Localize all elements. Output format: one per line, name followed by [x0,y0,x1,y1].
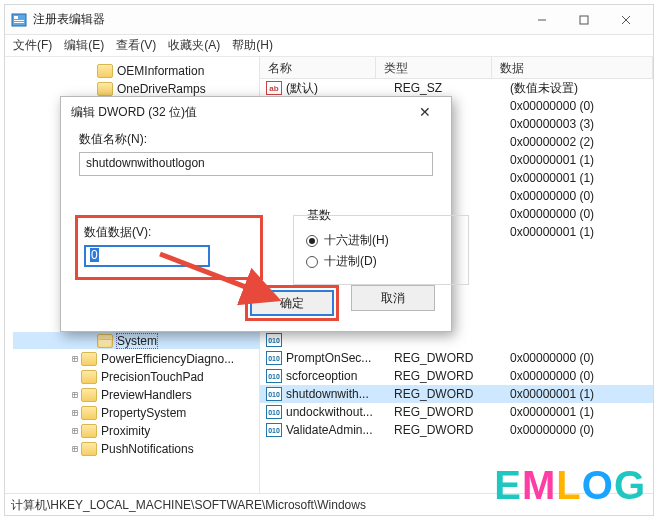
minimize-button[interactable] [521,8,563,32]
window-title: 注册表编辑器 [33,11,105,28]
menu-help[interactable]: 帮助(H) [232,37,273,54]
row-type: REG_DWORD [394,369,510,383]
tree-item[interactable]: ⊞PreviewHandlers [13,386,259,403]
radix-dec-radio[interactable]: 十进制(D) [306,253,456,270]
svg-rect-3 [14,22,24,23]
row-name: (默认) [286,80,394,97]
row-data: 0x00000001 (1) [510,225,653,239]
row-data: 0x00000001 (1) [510,171,653,185]
col-data[interactable]: 数据 [492,57,653,78]
tree-twisty-icon[interactable]: ⊞ [69,443,81,454]
svg-rect-1 [14,16,18,19]
folder-icon [97,334,113,348]
tree-item[interactable]: ⊞PropertySystem [13,404,259,421]
value-data-input[interactable]: 0 [84,245,210,267]
menubar: 文件(F) 编辑(E) 查看(V) 收藏夹(A) 帮助(H) [5,35,653,57]
row-data: 0x00000001 (1) [510,405,653,419]
tree-item[interactable]: ⊞PowerEfficiencyDiagno... [13,350,259,367]
row-type: REG_DWORD [394,423,510,437]
folder-icon [81,424,97,438]
tree-item[interactable]: ⊞Proximity [13,422,259,439]
tree-item[interactable]: ⊞PushNotifications [13,440,259,457]
row-type: REG_DWORD [394,387,510,401]
row-data: 0x00000001 (1) [510,153,653,167]
ok-button[interactable]: 确定 [250,290,334,316]
tree-twisty-icon[interactable]: ⊞ [69,353,81,364]
dialog-close-button[interactable]: ✕ [409,104,441,120]
maximize-button[interactable] [563,8,605,32]
menu-favorites[interactable]: 收藏夹(A) [168,37,220,54]
svg-rect-5 [580,16,588,24]
folder-icon [81,388,97,402]
value-data-highlight: 数值数据(V): 0 [75,215,263,280]
dword-icon: 010 [266,369,282,383]
folder-icon [81,442,97,456]
dword-icon: 010 [266,351,282,365]
list-row[interactable]: 010undockwithout...REG_DWORD0x00000001 (… [260,403,653,421]
value-name-label: 数值名称(N): [79,131,433,148]
row-type: REG_DWORD [394,405,510,419]
list-row[interactable]: 010PromptOnSec...REG_DWORD0x00000000 (0) [260,349,653,367]
tree-item-label: PrecisionTouchPad [101,370,204,384]
tree-item[interactable]: System [13,332,259,349]
folder-icon [81,406,97,420]
radix-hex-radio[interactable]: 十六进制(H) [306,232,456,249]
tree-item[interactable]: OEMInformation [13,62,259,79]
app-icon [11,12,27,28]
edit-dword-dialog: 编辑 DWORD (32 位)值 ✕ 数值名称(N): shutdownwith… [60,96,452,332]
row-type: REG_DWORD [394,351,510,365]
row-name: scforceoption [286,369,394,383]
dialog-titlebar[interactable]: 编辑 DWORD (32 位)值 ✕ [61,97,451,127]
folder-icon [97,64,113,78]
menu-view[interactable]: 查看(V) [116,37,156,54]
list-row[interactable]: ab(默认)REG_SZ(数值未设置) [260,79,653,97]
row-data: 0x00000002 (2) [510,135,653,149]
dword-icon: 010 [266,405,282,419]
value-data-label: 数值数据(V): [84,224,254,241]
string-icon: ab [266,81,282,95]
menu-edit[interactable]: 编辑(E) [64,37,104,54]
radix-group: 十六进制(H) 十进制(D) [293,215,469,285]
tree-twisty-icon[interactable]: ⊞ [69,425,81,436]
dialog-title: 编辑 DWORD (32 位)值 [71,104,197,121]
folder-icon [97,82,113,96]
tree-item[interactable]: PrecisionTouchPad [13,368,259,385]
tree-twisty-icon[interactable]: ⊞ [69,389,81,400]
row-data: 0x00000000 (0) [510,189,653,203]
tree-item-label: PropertySystem [101,406,186,420]
dword-icon: 010 [266,333,282,347]
col-name[interactable]: 名称 [260,57,376,78]
watermark: EMLOG [494,463,646,508]
tree-item-label: Proximity [101,424,150,438]
dword-icon: 010 [266,423,282,437]
close-button[interactable] [605,8,647,32]
row-data: 0x00000000 (0) [510,351,653,365]
row-data: 0x00000000 (0) [510,99,653,113]
value-name-input[interactable]: shutdownwithoutlogon [79,152,433,176]
row-name: undockwithout... [286,405,394,419]
col-type[interactable]: 类型 [376,57,492,78]
list-row[interactable]: 010shutdownwith...REG_DWORD0x00000001 (1… [260,385,653,403]
list-header: 名称 类型 数据 [260,57,653,79]
row-name: shutdownwith... [286,387,394,401]
tree-item-label: PushNotifications [101,442,194,456]
list-row[interactable]: 010ValidateAdmin...REG_DWORD0x00000000 (… [260,421,653,439]
tree-item-label: OneDriveRamps [117,82,206,96]
row-name: ValidateAdmin... [286,423,394,437]
menu-file[interactable]: 文件(F) [13,37,52,54]
tree-twisty-icon[interactable]: ⊞ [69,407,81,418]
cancel-button[interactable]: 取消 [351,285,435,311]
dword-icon: 010 [266,387,282,401]
row-data: 0x00000003 (3) [510,117,653,131]
list-row[interactable]: 010 [260,331,653,349]
row-data: 0x00000000 (0) [510,207,653,221]
titlebar[interactable]: 注册表编辑器 [5,5,653,35]
svg-rect-2 [14,20,24,21]
list-row[interactable]: 010scforceoptionREG_DWORD0x00000000 (0) [260,367,653,385]
ok-highlight: 确定 [245,285,339,321]
row-data: (数值未设置) [510,80,653,97]
folder-icon [81,352,97,366]
row-data: 0x00000001 (1) [510,387,653,401]
row-data: 0x00000000 (0) [510,423,653,437]
tree-item[interactable]: OneDriveRamps [13,80,259,97]
